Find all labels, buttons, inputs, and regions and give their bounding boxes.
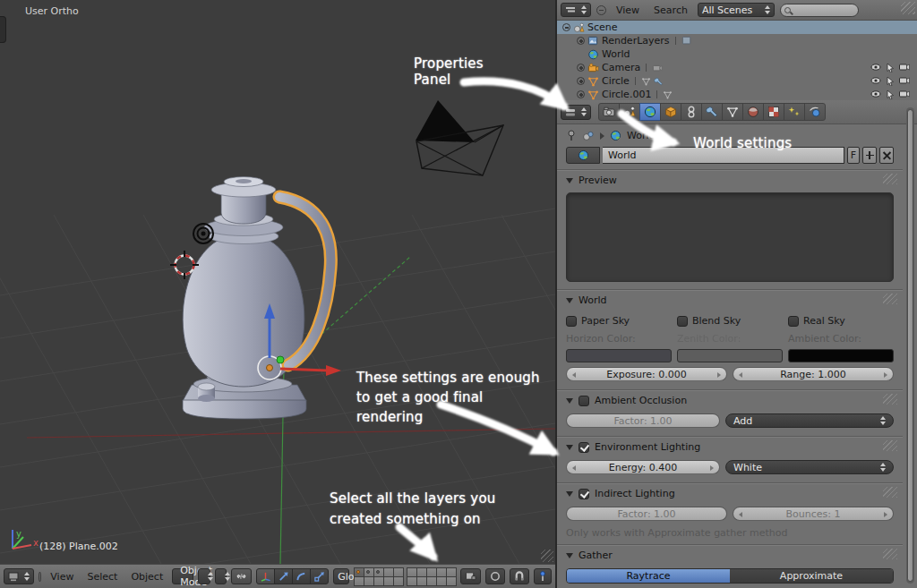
id-type-chip[interactable] (566, 147, 600, 164)
paper-sky-checkbox[interactable] (566, 316, 577, 327)
blend-sky-checkbox[interactable] (677, 316, 688, 327)
pivot-point-select[interactable] (215, 568, 227, 584)
panel-drag-grip[interactable] (883, 549, 897, 559)
object-menu[interactable]: Object (126, 571, 167, 583)
toolshelf-expand-tab[interactable] (0, 16, 6, 43)
tab-object[interactable] (660, 103, 681, 121)
unlink-datablock-button[interactable] (879, 147, 894, 164)
ambient-color-swatch[interactable] (788, 349, 894, 362)
outliner-search-field[interactable] (780, 4, 859, 17)
indirect-lighting-header[interactable]: Indirect Lighting (557, 483, 903, 502)
fake-user-button[interactable]: F (847, 147, 860, 164)
tab-texture[interactable] (763, 103, 784, 121)
slider-decrease-icon[interactable] (572, 465, 576, 471)
transform-orientation-select[interactable]: Global (333, 568, 349, 584)
slider-decrease-icon[interactable] (739, 512, 742, 517)
scale-manipulator-button[interactable] (310, 568, 329, 584)
rotate-manipulator-button[interactable] (292, 568, 311, 584)
panel-drag-grip[interactable] (883, 294, 897, 304)
preview-panel-header[interactable]: Preview (557, 170, 903, 189)
slider-decrease-icon[interactable] (739, 372, 742, 378)
ambient-occlusion-checkbox[interactable] (578, 396, 589, 406)
panel-drag-grip[interactable] (883, 440, 897, 451)
selectability-cursor-icon[interactable] (886, 89, 895, 99)
tab-world[interactable] (639, 103, 661, 121)
pin-icon[interactable] (566, 130, 577, 141)
outliner-display-select[interactable]: All Scenes (698, 3, 775, 17)
slider-increase-icon[interactable] (884, 372, 887, 378)
camera-object[interactable] (416, 100, 503, 175)
slider-decrease-icon[interactable] (572, 372, 576, 378)
translate-manipulator-button[interactable] (274, 568, 293, 584)
exposure-slider[interactable]: Exposure: 0.000 (566, 367, 727, 381)
outliner-row-circle[interactable]: Circle (557, 74, 917, 88)
gather-header[interactable]: Gather (557, 545, 903, 564)
approximate-option[interactable]: Approximate (730, 569, 893, 583)
renderability-camera-icon[interactable] (899, 89, 910, 98)
slider-increase-icon[interactable] (717, 372, 721, 378)
world-panel-header[interactable]: World (557, 290, 903, 309)
collapse-menus-icon[interactable] (596, 5, 606, 15)
visibility-eye-icon[interactable] (870, 89, 881, 98)
viewport-shading-select[interactable] (198, 568, 210, 584)
tab-physics[interactable] (804, 103, 826, 121)
mode-select[interactable]: Object Mode (172, 568, 193, 584)
editor-type-button[interactable] (4, 568, 34, 584)
tab-render[interactable] (598, 103, 620, 121)
collapse-toggle-icon[interactable] (562, 23, 570, 31)
outliner-view-menu[interactable]: View (612, 4, 644, 16)
indirect-factor-slider[interactable]: Factor: 1.00 (566, 507, 727, 521)
tab-material[interactable] (742, 103, 764, 121)
lamp-model[interactable] (183, 177, 330, 420)
proportional-edit-button[interactable] (485, 568, 505, 584)
collapse-menus-icon[interactable] (39, 572, 41, 582)
visibility-eye-icon[interactable] (870, 76, 881, 85)
panel-drag-grip[interactable] (883, 174, 897, 184)
breadcrumb-item[interactable]: World (627, 130, 656, 141)
select-menu[interactable]: Select (82, 571, 122, 583)
zenith-color-swatch[interactable] (677, 349, 783, 362)
layer-button[interactable] (446, 576, 457, 586)
outliner-row-camera[interactable]: Camera (557, 61, 917, 74)
panel-drag-grip[interactable] (883, 487, 897, 498)
empty-object[interactable] (193, 224, 213, 243)
indirect-bounces-slider[interactable]: Bounces: 1 (733, 507, 894, 521)
tab-particles[interactable] (784, 103, 805, 121)
expand-toggle-icon[interactable] (577, 64, 585, 72)
view-menu[interactable]: View (46, 571, 78, 583)
outliner-row-world[interactable]: World (557, 47, 917, 61)
tab-scene[interactable] (619, 103, 640, 121)
editor-type-button[interactable] (561, 3, 591, 17)
tab-object-data[interactable] (722, 103, 743, 121)
outliner-row-renderlayers[interactable]: RenderLayers (557, 34, 917, 47)
expand-toggle-icon[interactable] (577, 37, 585, 45)
manipulator-toggle-button[interactable] (231, 568, 252, 584)
expand-toggle-icon[interactable] (577, 77, 585, 85)
expand-toggle-icon[interactable] (577, 90, 585, 98)
manipulator-axes-button[interactable] (256, 568, 275, 584)
renderability-camera-icon[interactable] (899, 63, 910, 72)
raytrace-option[interactable]: Raytrace (567, 569, 730, 583)
env-energy-slider[interactable]: Energy: 0.400 (566, 460, 720, 474)
panel-drag-grip[interactable] (883, 394, 897, 405)
environment-lighting-header[interactable]: Environment Lighting (557, 437, 903, 456)
environment-lighting-checkbox[interactable] (578, 442, 589, 453)
search-input[interactable] (793, 4, 847, 16)
outliner-row-circle-001[interactable]: Circle.001 (557, 88, 917, 100)
tab-modifiers[interactable] (701, 103, 723, 121)
properties-scrollbar[interactable] (906, 107, 914, 584)
indirect-lighting-checkbox[interactable] (578, 489, 589, 499)
ambient-occlusion-header[interactable]: Ambient Occlusion (557, 390, 903, 409)
layer-button[interactable] (393, 576, 404, 586)
visibility-eye-icon[interactable] (870, 63, 881, 72)
env-color-select[interactable]: White (725, 460, 894, 474)
scene-link-icon[interactable] (582, 131, 595, 141)
lock-to-scene-button[interactable] (460, 568, 481, 584)
selectability-cursor-icon[interactable] (886, 76, 895, 86)
add-datablock-button[interactable] (862, 147, 877, 164)
range-slider[interactable]: Range: 1.000 (733, 367, 894, 381)
outliner-search-menu[interactable]: Search (649, 4, 692, 16)
ao-factor-slider[interactable]: Factor: 1.00 (566, 413, 720, 428)
ao-blend-mode-select[interactable]: Add (725, 413, 894, 428)
tab-constraints[interactable] (681, 103, 702, 121)
